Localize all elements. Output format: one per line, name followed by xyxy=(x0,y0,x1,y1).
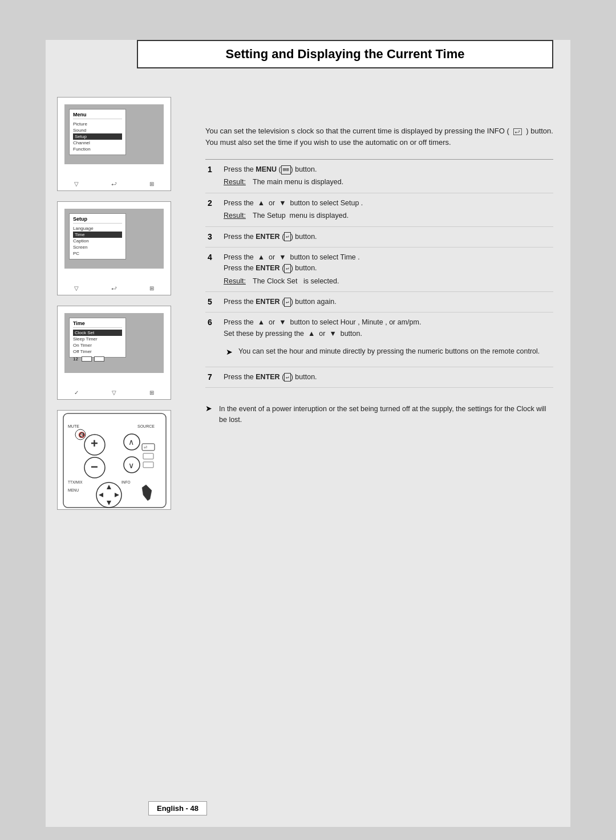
svg-rect-14 xyxy=(143,462,153,468)
menu-item: Channel xyxy=(73,140,122,146)
menu-icon: ⊞ xyxy=(149,389,154,396)
menu-item: Off Timer xyxy=(73,348,122,355)
result-label: Result: xyxy=(224,177,249,188)
tv-screen-3: Time Clock Set Sleep Timer On Timer Off … xyxy=(57,306,171,400)
svg-text:MENU: MENU xyxy=(68,488,79,492)
footer-text: English - 48 xyxy=(157,804,198,813)
result-text-2: The Setup menu is displayed. xyxy=(253,210,348,221)
tv-screen-inner-1: Menu Picture Sound Setup Channel Functio… xyxy=(64,104,164,164)
step-row-3: 3 Press the ENTER (↵) button. xyxy=(205,227,553,247)
step-content-4: Press the ▲ or ▼ button to select Time .… xyxy=(224,252,551,287)
menu-icon: ⊞ xyxy=(149,285,154,291)
step-row-4: 4 Press the ▲ or ▼ button to select Time… xyxy=(205,247,553,292)
footer: English - 48 xyxy=(148,801,207,815)
svg-text:SOURCE: SOURCE xyxy=(137,424,155,428)
step-row-6: 6 Press the ▲ or ▼ button to select Hour… xyxy=(205,313,553,367)
svg-text:TTX/MIX: TTX/MIX xyxy=(68,480,83,484)
down-arrow-icon: ▽ xyxy=(74,181,79,187)
time-box-minute xyxy=(94,356,104,362)
tv-bottom-icons-3: ✓ ▽ ⊞ xyxy=(58,389,171,396)
menu-icon: ⊞ xyxy=(149,181,154,187)
bottom-note-arrow-icon: ➤ xyxy=(205,404,214,425)
menu-item: Language xyxy=(73,225,122,232)
remote-control: MUTE SOURCE + − ∧ ∨ xyxy=(57,410,171,510)
step-number-1: 1 xyxy=(208,164,224,174)
time-hour-label: 12 xyxy=(73,356,78,362)
clock-time-boxes: 12 xyxy=(73,356,104,362)
menu-title-1: Menu xyxy=(73,112,122,119)
result-label: Result: xyxy=(224,210,249,221)
result-text-4: The Clock Set is selected. xyxy=(253,276,339,287)
menu-item-selected: Clock Set xyxy=(73,330,122,336)
enter-icon: ⮐ xyxy=(111,285,117,291)
steps-table: 1 Press the MENU (⊞⊞) button. Result: Th… xyxy=(205,159,553,388)
step-content-5: Press the ENTER (↵) button again. xyxy=(224,297,551,307)
svg-text:INFO: INFO xyxy=(121,480,131,484)
svg-text:+: + xyxy=(91,436,98,451)
step-number-5: 5 xyxy=(208,297,224,306)
tv-screen-inner-3: Time Clock Set Sleep Timer On Timer Off … xyxy=(64,313,164,373)
menu-item: Picture xyxy=(73,121,122,127)
step-number-2: 2 xyxy=(208,198,224,208)
menu-item: On Timer xyxy=(73,342,122,348)
menu-item-selected: Setup xyxy=(73,133,122,140)
tv-screen-1: Menu Picture Sound Setup Channel Functio… xyxy=(57,97,171,191)
step-row-1: 1 Press the MENU (⊞⊞) button. Result: Th… xyxy=(205,160,553,193)
menu-panel-2: Setup Language Time Caption Screen PC xyxy=(69,213,126,259)
enter-icon: ⮐ xyxy=(111,181,117,187)
step-number-7: 7 xyxy=(208,372,224,382)
step-row-2: 2 Press the ▲ or ▼ button to select Setu… xyxy=(205,193,553,227)
svg-text:⏎: ⏎ xyxy=(144,445,147,449)
result-label: Result: xyxy=(224,276,249,287)
note-arrow-icon: ➤ xyxy=(226,346,235,359)
step-content-3: Press the ENTER (↵) button. xyxy=(224,232,551,242)
menu-item: Caption xyxy=(73,238,122,244)
menu-title-3: Time xyxy=(73,320,122,328)
down-arrow-icon: ▽ xyxy=(74,285,79,291)
step-content-1: Press the MENU (⊞⊞) button. Result: The … xyxy=(224,164,551,188)
content-area: Setting and Displaying the Current Time … xyxy=(46,40,570,827)
intro-text: You can set the television s clock so th… xyxy=(205,125,553,148)
menu-item: Sleep Timer xyxy=(73,336,122,342)
step-number-4: 4 xyxy=(208,252,224,262)
left-column: Menu Picture Sound Setup Channel Functio… xyxy=(57,97,183,520)
page: Setting and Displaying the Current Time … xyxy=(0,0,616,840)
tv-screen-inner-2: Setup Language Time Caption Screen PC xyxy=(64,209,164,269)
step-number-3: 3 xyxy=(208,232,224,241)
menu-item: Function xyxy=(73,146,122,152)
down-arrow-icon: ▽ xyxy=(112,389,116,396)
tv-screen-2: Setup Language Time Caption Screen PC ▽ … xyxy=(57,201,171,295)
svg-text:🔇: 🔇 xyxy=(78,431,86,439)
bottom-note: ➤ In the event of a power interuption or… xyxy=(205,401,553,428)
tv-bottom-icons-2: ▽ ⮐ ⊞ xyxy=(58,285,171,291)
note-text-6: You can set the hour and minute directly… xyxy=(238,346,540,357)
menu-item: Screen xyxy=(73,244,122,250)
time-box-hour xyxy=(82,356,92,362)
page-title: Setting and Displaying the Current Time xyxy=(149,47,541,62)
menu-item-selected: Time xyxy=(73,232,122,238)
svg-text:MUTE: MUTE xyxy=(68,424,79,428)
menu-item: Sound xyxy=(73,127,122,133)
bottom-note-text: In the event of a power interuption or t… xyxy=(219,404,553,425)
step-row-7: 7 Press the ENTER (↵) button. xyxy=(205,367,553,388)
remote-svg: MUTE SOURCE + − ∧ ∨ xyxy=(58,411,171,510)
step-content-6: Press the ▲ or ▼ button to select Hour ,… xyxy=(224,317,551,362)
tv-bottom-icons-1: ▽ ⮐ ⊞ xyxy=(58,181,171,187)
step-content-7: Press the ENTER (↵) button. xyxy=(224,372,551,383)
result-text-1: The main menu is displayed. xyxy=(253,177,343,188)
right-column: You can set the television s clock so th… xyxy=(194,68,570,439)
svg-text:∨: ∨ xyxy=(128,461,134,470)
menu-panel-1: Menu Picture Sound Setup Channel Functio… xyxy=(69,109,126,155)
menu-item: PC xyxy=(73,250,122,257)
menu-panel-3: Time Clock Set Sleep Timer On Timer Off … xyxy=(69,318,126,358)
svg-text:−: − xyxy=(91,460,98,474)
step-content-2: Press the ▲ or ▼ button to select Setup … xyxy=(224,198,551,222)
step-row-5: 5 Press the ENTER (↵) button again. xyxy=(205,292,553,313)
svg-text:∧: ∧ xyxy=(128,437,134,447)
title-bar: Setting and Displaying the Current Time xyxy=(137,40,553,68)
svg-rect-13 xyxy=(143,453,153,459)
step-number-6: 6 xyxy=(208,317,224,327)
menu-title-2: Setup xyxy=(73,216,122,224)
check-icon: ✓ xyxy=(74,389,79,396)
